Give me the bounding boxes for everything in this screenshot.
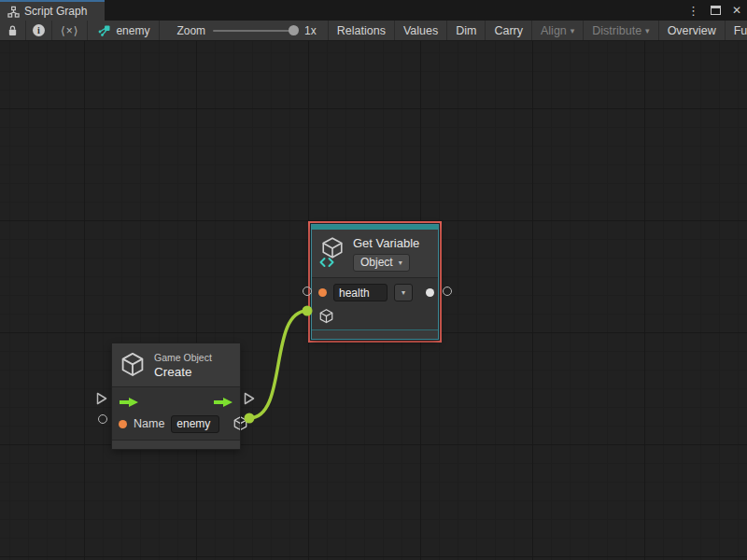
tab-script-graph[interactable]: Script Graph: [0, 0, 105, 21]
zoom-label: Zoom: [176, 24, 205, 37]
node-title: Get Variable: [353, 236, 419, 250]
values-button[interactable]: Values: [394, 21, 446, 40]
distribute-dropdown-button[interactable]: Distribute▾: [583, 21, 657, 40]
variable-name-port[interactable]: [318, 288, 327, 297]
code-brackets-icon: ⟨×⟩: [61, 24, 78, 37]
name-value-port[interactable]: [119, 420, 127, 428]
create-game-object-node[interactable]: Game Object Create Name: [112, 343, 240, 449]
value-output-port[interactable]: [426, 288, 434, 297]
zoom-slider[interactable]: [213, 30, 297, 32]
graph-canvas[interactable]: Game Object Create Name: [0, 41, 747, 560]
get-variable-node-selection: Get Variable Object ▾ ▾: [308, 221, 442, 343]
window-menu-icon[interactable]: ⋮: [687, 5, 699, 17]
variable-cube-icon: [319, 236, 345, 270]
node-footer: [112, 440, 240, 449]
node-footer: [312, 329, 438, 339]
close-icon[interactable]: ✕: [732, 5, 741, 16]
overview-button[interactable]: Overview: [658, 21, 725, 40]
control-input-arrow-icon[interactable]: [119, 397, 139, 408]
chevron-down-icon: ▾: [399, 259, 402, 267]
game-object-input-port-icon[interactable]: [318, 308, 334, 325]
graph-breadcrumb[interactable]: enemy: [88, 21, 160, 40]
create-control-input-port[interactable]: [95, 391, 108, 406]
variable-picker-button[interactable]: ▾: [394, 284, 413, 301]
get-variable-node[interactable]: Get Variable Object ▾ ▾: [311, 224, 439, 340]
graph-toolbar: i ⟨×⟩ enemy Zoom 1x Relations Values Dim…: [0, 21, 747, 41]
carry-button[interactable]: Carry: [485, 21, 531, 40]
graph-hierarchy-icon: [7, 6, 20, 18]
code-teal-icon: [319, 257, 334, 268]
zoom-value: 1x: [304, 24, 317, 37]
tab-title: Script Graph: [24, 5, 87, 18]
create-name-input-port[interactable]: [98, 414, 107, 424]
variable-name-input[interactable]: [333, 284, 388, 301]
control-output-arrow-icon[interactable]: [213, 397, 233, 408]
variable-scope-dropdown[interactable]: Object ▾: [353, 254, 410, 272]
chevron-down-icon: ▾: [571, 26, 575, 35]
fullscreen-button[interactable]: Full Screen: [725, 21, 747, 40]
align-dropdown-button[interactable]: Align▾: [531, 21, 583, 40]
graph-name: enemy: [116, 24, 149, 37]
get-variable-left-port[interactable]: [303, 287, 312, 296]
zoom-control: Zoom 1x: [160, 21, 327, 40]
info-icon: i: [33, 24, 45, 36]
name-input[interactable]: [171, 415, 219, 433]
name-port-label: Name: [134, 417, 164, 430]
lock-icon: [7, 24, 19, 37]
node-category: Game Object: [154, 352, 212, 363]
maximize-icon[interactable]: [711, 6, 721, 15]
node-title: Create: [154, 365, 212, 379]
graph-asset-icon: [97, 24, 110, 37]
zoom-slider-handle[interactable]: [289, 25, 299, 35]
window-titlebar: Script Graph ⋮ ✕: [0, 0, 747, 21]
dim-button[interactable]: Dim: [446, 21, 485, 40]
info-button[interactable]: i: [26, 21, 52, 40]
lock-button[interactable]: [0, 21, 26, 40]
chevron-down-icon: ▾: [402, 288, 405, 297]
game-object-output-port-icon[interactable]: [233, 415, 248, 432]
get-variable-value-output-port[interactable]: [443, 287, 452, 296]
relations-button[interactable]: Relations: [328, 21, 394, 40]
create-control-output-port[interactable]: [243, 391, 256, 406]
game-object-cube-icon: [120, 351, 146, 379]
chevron-down-icon: ▾: [645, 26, 650, 35]
edit-graph-button[interactable]: ⟨×⟩: [52, 21, 88, 40]
